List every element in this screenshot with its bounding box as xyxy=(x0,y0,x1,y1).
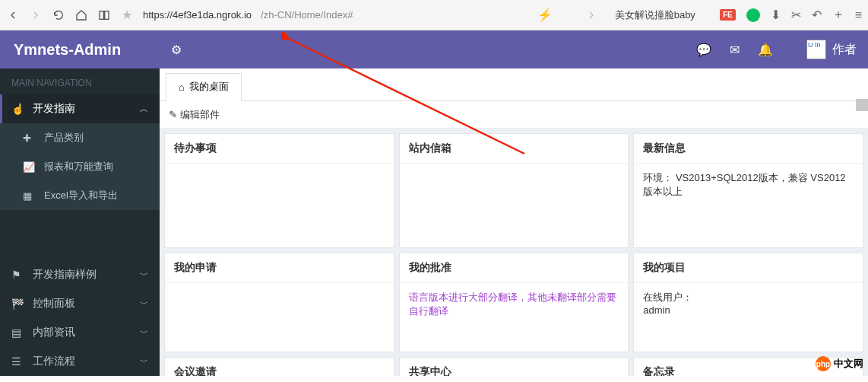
url-host[interactable]: https://4ef3e1da.ngrok.io xyxy=(143,9,252,21)
watermark: php 中文网 xyxy=(816,356,863,371)
author-label: 作者 xyxy=(832,42,857,58)
gears-icon[interactable]: ⚙ xyxy=(171,43,182,57)
card-title: 会议邀请 xyxy=(165,358,394,377)
sidebar-label: 报表和万能查询 xyxy=(44,160,113,173)
forward-button[interactable] xyxy=(29,8,43,22)
refresh-button[interactable] xyxy=(52,8,65,22)
card-todo: 待办事项 xyxy=(164,133,394,248)
chevron-down-icon: ﹀ xyxy=(140,327,148,339)
plus-icon[interactable]: ＋ xyxy=(832,7,844,23)
avatar: U In xyxy=(806,40,826,59)
chevron-down-icon: ﹀ xyxy=(140,269,148,281)
chevron-up-icon: ︿ xyxy=(140,103,148,115)
sidebar-item-reports[interactable]: 📈 报表和万能查询 xyxy=(0,152,160,181)
main-panel: ⚙ 💬 ✉ 🔔 U In 作者 ⌂ 我的桌面 ✎ 编辑部件 xyxy=(160,30,868,376)
url-path[interactable]: /zh-CN/Home/Index# xyxy=(261,9,353,21)
toolbar: ✎ 编辑部件 xyxy=(160,101,868,129)
hand-icon: ☝ xyxy=(11,103,27,115)
online-label: 在线用户： xyxy=(643,291,692,303)
sidebar-item-dev-guide[interactable]: ☝ 开发指南 ︿ xyxy=(0,94,160,123)
card-title: 站内信箱 xyxy=(400,134,629,164)
card-title: 我的申请 xyxy=(165,253,394,283)
sidebar-item-product-cat[interactable]: ✚ 产品类别 xyxy=(0,123,160,152)
star-button[interactable]: ★ xyxy=(120,8,134,22)
sidebar-label: 产品类别 xyxy=(44,131,84,145)
chat-icon[interactable]: 💬 xyxy=(696,43,711,57)
card-inbox: 站内信箱 xyxy=(399,133,629,248)
tab-label: 我的桌面 xyxy=(189,80,229,94)
puzzle-icon: ✚ xyxy=(23,132,38,144)
card-body: 环境： VS2013+SQL2012版本，兼容 VS2012版本以上 xyxy=(634,164,863,247)
news-icon: ▤ xyxy=(11,326,27,339)
scroll-corner[interactable] xyxy=(856,99,868,111)
user-box[interactable]: U In 作者 xyxy=(806,40,857,59)
edit-widgets-button[interactable]: ✎ 编辑部件 xyxy=(169,108,220,122)
fe-extension-icon[interactable]: FE xyxy=(720,9,736,21)
sidebar-item-samples[interactable]: ⚑ 开发指南样例 ﹀ xyxy=(0,260,160,289)
card-apply: 我的申请 xyxy=(164,253,394,352)
sidebar-item-internal[interactable]: ▤ 内部资讯 ﹀ xyxy=(0,318,160,347)
sidebar-label: 内部资讯 xyxy=(33,326,75,339)
home-button[interactable] xyxy=(74,8,88,22)
chart-icon: 📈 xyxy=(23,161,38,173)
tab-preview-text[interactable]: 美女解说撞脸baby xyxy=(615,8,695,22)
svg-rect-1 xyxy=(105,11,109,19)
sidebar-label: Excel导入和导出 xyxy=(44,189,118,202)
wechat-icon[interactable] xyxy=(746,8,760,22)
bolt-icon[interactable]: ⚡ xyxy=(537,8,553,22)
watermark-logo: php xyxy=(816,356,831,371)
tab-forward-icon[interactable] xyxy=(584,8,598,22)
card-title: 最新信息 xyxy=(634,134,863,164)
card-body xyxy=(165,164,394,247)
sidebar-label: 工作流程 xyxy=(33,355,75,368)
undo-icon[interactable]: ↶ xyxy=(812,8,822,22)
page-tabs: ⌂ 我的桌面 xyxy=(160,68,868,101)
card-title: 我的批准 xyxy=(400,253,629,283)
sidebar-item-excel[interactable]: ▦ Excel导入和导出 xyxy=(0,181,160,210)
cut-icon[interactable]: ✂ xyxy=(791,8,801,22)
watermark-text: 中文网 xyxy=(834,357,863,371)
pencil-icon: ✎ xyxy=(169,109,177,120)
menu-icon[interactable]: ≡ xyxy=(855,8,862,22)
mail-icon[interactable]: ✉ xyxy=(730,43,740,57)
online-user: admin xyxy=(643,304,670,316)
excel-icon: ▦ xyxy=(23,190,38,202)
sidebar-item-workflow[interactable]: ☰ 工作流程 ﹀ xyxy=(0,347,160,376)
edit-label: 编辑部件 xyxy=(180,108,220,122)
sidebar: Ymnets-Admin MAIN NAVIGATION ☝ 开发指南 ︿ ✚ … xyxy=(0,30,160,376)
topbar: ⚙ 💬 ✉ 🔔 U In 作者 xyxy=(160,30,868,68)
browser-toolbar: ★ https://4ef3e1da.ngrok.io/zh-CN/Home/I… xyxy=(0,0,868,30)
cards-grid: 待办事项 站内信箱 最新信息 环境： VS2013+SQL2012版本，兼容 V… xyxy=(160,129,868,377)
sidebar-label: 控制面板 xyxy=(33,297,75,310)
download-icon[interactable]: ⬇ xyxy=(771,8,781,22)
sidebar-item-dashboard[interactable]: 🏁 控制面板 ﹀ xyxy=(0,289,160,318)
card-project: 我的项目 在线用户： admin xyxy=(633,253,863,352)
card-body: 在线用户： admin xyxy=(634,283,863,352)
list-icon: ☰ xyxy=(11,355,27,368)
home-icon: ⌂ xyxy=(179,81,185,93)
card-body xyxy=(165,283,394,352)
card-title: 待办事项 xyxy=(165,134,394,164)
card-title: 我的项目 xyxy=(634,253,863,283)
brand-title: Ymnets-Admin xyxy=(0,30,160,68)
gauge-icon: 🏁 xyxy=(11,298,27,310)
sidebar-label: 开发指南样例 xyxy=(33,268,97,282)
card-share: 共享中心 xyxy=(399,357,629,377)
back-button[interactable] xyxy=(6,8,20,22)
bell-icon[interactable]: 🔔 xyxy=(758,43,773,57)
card-meeting: 会议邀请 xyxy=(164,357,394,377)
card-news: 最新信息 环境： VS2013+SQL2012版本，兼容 VS2012版本以上 xyxy=(633,133,863,248)
nav-header: MAIN NAVIGATION xyxy=(0,68,160,94)
chevron-down-icon: ﹀ xyxy=(140,356,148,368)
card-body: 语言版本进行大部分翻译，其他未翻译部分需要自行翻译 xyxy=(400,283,629,352)
svg-rect-0 xyxy=(100,11,103,19)
card-body xyxy=(400,164,629,247)
split-button[interactable] xyxy=(97,8,111,22)
card-title: 共享中心 xyxy=(400,358,629,377)
flag-icon: ⚑ xyxy=(11,269,27,281)
tab-desktop[interactable]: ⌂ 我的桌面 xyxy=(166,73,242,101)
chevron-down-icon: ﹀ xyxy=(140,298,148,310)
sidebar-label: 开发指南 xyxy=(33,102,75,116)
card-approve: 我的批准 语言版本进行大部分翻译，其他未翻译部分需要自行翻译 xyxy=(399,253,629,352)
